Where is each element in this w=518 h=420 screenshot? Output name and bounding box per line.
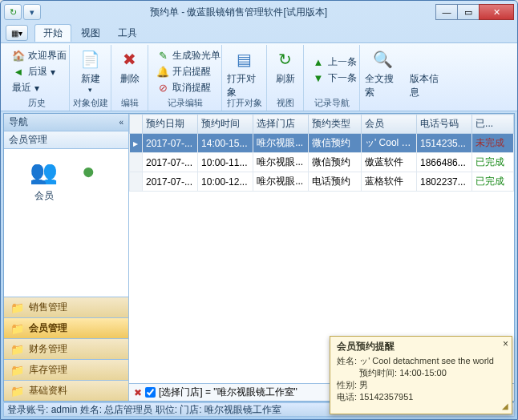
collapse-icon[interactable]: «	[119, 118, 123, 127]
sidebar-header[interactable]: 导航«	[4, 114, 128, 131]
group-history: 历史	[4, 97, 69, 109]
start-remind[interactable]: 🔔开启提醒	[153, 64, 224, 79]
info-icon	[416, 48, 439, 71]
table-row[interactable]: 2017-07-...10:00-12...唯尔视眼...电话预约蓝格软件180…	[130, 172, 514, 192]
layout-icon[interactable]: ▦▾	[6, 25, 28, 41]
group-nav: 记录导航	[304, 97, 359, 109]
refresh-icon[interactable]: ↻	[4, 4, 22, 20]
folder-icon: 📁	[10, 343, 24, 356]
col-header[interactable]: 已...	[472, 115, 514, 134]
open-icon: ▤	[233, 48, 256, 71]
resize-icon[interactable]: ◢	[502, 402, 508, 410]
table-row[interactable]: ▸2017-07-...14:00-15...唯尔视眼...微信预约ッ' Coo…	[130, 134, 514, 153]
new-button[interactable]: 📄新建▾	[75, 46, 106, 94]
maximize-button[interactable]: ▭	[457, 4, 480, 20]
popup-title: 会员预约提醒	[337, 340, 505, 353]
col-header[interactable]: 预约时间	[198, 115, 253, 134]
back-icon: ◄	[12, 66, 25, 79]
bell-icon: 🔔	[156, 66, 169, 79]
filter-text: [选择门店] = "唯尔视眼镜工作室"	[159, 386, 297, 399]
popup-close[interactable]: ×	[503, 338, 508, 349]
delete-button[interactable]: ✖删除	[116, 46, 143, 86]
group-record: 记录编辑	[148, 97, 221, 109]
sidebar-section: 会员管理	[4, 131, 128, 149]
table-row[interactable]: 2017-07-...10:00-11...唯尔视眼...微信预约傲蓝软件186…	[130, 153, 514, 172]
sheet-icon: ●	[75, 157, 103, 186]
members-button[interactable]: 👥会员	[30, 157, 59, 203]
tab-view[interactable]: 视图	[73, 25, 108, 42]
refresh-button[interactable]: ↻刷新	[272, 46, 298, 86]
back-button[interactable]: ◄后退 ▾	[9, 64, 70, 79]
group-edit: 编辑	[111, 97, 148, 109]
nav-item-2[interactable]: 📁财务管理	[4, 338, 128, 359]
col-header[interactable]: 电话号码	[417, 115, 472, 134]
sheet-button[interactable]: ●	[75, 157, 103, 189]
folder-icon: 📁	[10, 322, 24, 335]
nav-item-1[interactable]: 📁会员管理	[4, 317, 128, 338]
search-button[interactable]: 🔍全文搜索	[365, 46, 400, 99]
folder-icon: 📁	[10, 301, 24, 314]
minimize-button[interactable]: —	[435, 4, 458, 20]
group-create: 对象创建	[70, 97, 111, 109]
up-icon: ▲	[312, 56, 325, 69]
window-title: 预约单 - 傲蓝眼镜销售管理软件[试用版本]	[41, 6, 436, 19]
tab-start[interactable]: 开始	[34, 24, 71, 42]
nav-item-3[interactable]: 📁库存管理	[4, 359, 128, 380]
tab-tools[interactable]: 工具	[110, 25, 145, 42]
col-header[interactable]: 预约日期	[143, 115, 198, 134]
reminder-popup: × 会员预约提醒 姓名: ッ' Cool detachment see the …	[330, 336, 512, 414]
group-open: 打开对象	[222, 97, 266, 109]
refresh-icon: ↻	[274, 48, 297, 71]
group-view: 视图	[267, 97, 303, 109]
folder-icon: 📁	[10, 364, 24, 377]
folder-icon: 📁	[10, 385, 24, 398]
dropdown-icon[interactable]: ▾	[23, 4, 41, 20]
delete-icon: ✖	[119, 48, 141, 71]
new-icon: 📄	[79, 48, 102, 71]
gen-optometry[interactable]: ✎生成验光单	[153, 48, 224, 63]
open-object-button[interactable]: ▤打开对象	[227, 46, 261, 99]
welcome-button[interactable]: 🏠欢迎界面	[9, 48, 70, 63]
filter-clear[interactable]: ✖	[134, 387, 142, 398]
members-icon: 👥	[30, 157, 59, 186]
cancel-remind[interactable]: ⊘取消提醒	[153, 80, 224, 95]
recent-button[interactable]: 最近 ▾	[9, 80, 70, 95]
nav-item-4[interactable]: 📁基础资料	[4, 380, 128, 401]
search-icon: 🔍	[371, 48, 394, 71]
col-header[interactable]: 预约类型	[309, 115, 362, 134]
next-button[interactable]: ▼下一条	[309, 71, 360, 86]
nav-item-0[interactable]: 📁销售管理	[4, 297, 128, 317]
close-button[interactable]: ✕	[479, 4, 514, 20]
prev-button[interactable]: ▲上一条	[309, 55, 360, 70]
home-icon: 🏠	[12, 50, 25, 63]
doc-icon: ✎	[156, 50, 169, 63]
filter-checkbox[interactable]	[145, 387, 156, 398]
down-icon: ▼	[312, 72, 325, 85]
cancel-icon: ⊘	[156, 82, 169, 95]
col-header[interactable]: 会员	[361, 115, 416, 134]
version-button[interactable]: 版本信息	[410, 46, 445, 99]
col-header[interactable]: 选择门店	[253, 115, 309, 134]
